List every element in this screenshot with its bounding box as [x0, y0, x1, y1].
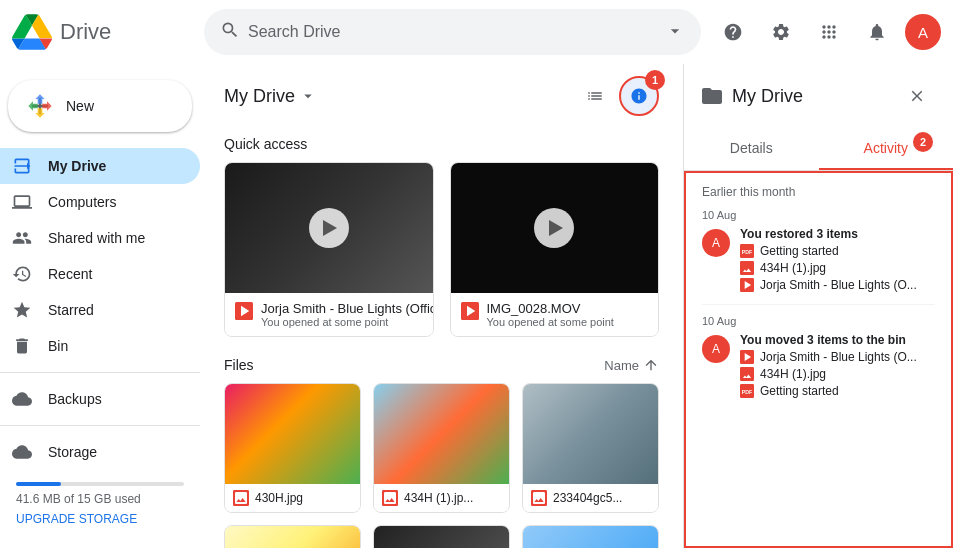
notifications-button[interactable]: [857, 12, 897, 52]
panel-tabs: Details Activity 2: [684, 128, 953, 171]
topbar: Drive A: [0, 0, 953, 64]
activity-file-1-2: PDF Getting started: [740, 384, 935, 398]
new-button[interactable]: my-drive New: [8, 80, 192, 132]
avatar[interactable]: A: [905, 14, 941, 50]
activity-action-bold-1: You moved 3 items to the bin: [740, 333, 906, 347]
sidebar-item-starred[interactable]: Starred: [0, 292, 200, 328]
sidebar-item-label-backups: Backups: [48, 391, 102, 407]
topbar-icons: A: [713, 12, 941, 52]
panel-body: Earlier this month 10 Aug A You restored…: [684, 171, 953, 548]
activity-action-1: You moved 3 items to the bin: [740, 333, 935, 347]
search-dropdown-icon[interactable]: [665, 21, 685, 44]
file-card-bottom-2[interactable]: [522, 525, 659, 548]
tab-activity-text: Activity: [864, 140, 908, 156]
video-icon-1: [461, 302, 479, 320]
activity-badge: 2: [913, 132, 933, 152]
img-info-2: 233404gc5...: [523, 484, 658, 512]
bin-icon: [12, 336, 32, 356]
sidebar-item-label-recent: Recent: [48, 266, 92, 282]
activity-file-name-1-2: Getting started: [760, 384, 839, 398]
storage-icon: [12, 442, 32, 462]
apps-button[interactable]: [809, 12, 849, 52]
file-card-1[interactable]: 434H (1).jp...: [373, 383, 510, 513]
activity-files-0: PDF Getting started 434H (1).jpg Jorja S…: [740, 244, 935, 292]
sidebar-item-computers[interactable]: Computers: [0, 184, 200, 220]
sidebar-item-my-drive[interactable]: My Drive: [0, 148, 200, 184]
img-icon-1-1: [740, 367, 754, 381]
tab-activity[interactable]: Activity 2: [819, 128, 954, 170]
file-name-1: IMG_0028.MOV: [487, 301, 614, 316]
sidebar-item-recent[interactable]: Recent: [0, 256, 200, 292]
sort-control[interactable]: Name: [604, 357, 659, 373]
files-grid-bottom: [224, 525, 659, 548]
activity-avatar-1: A: [702, 335, 730, 363]
recent-icon: [12, 264, 32, 284]
sidebar-item-storage[interactable]: Storage: [0, 434, 200, 470]
new-label: New: [66, 98, 94, 114]
activity-file-name-0-0: Getting started: [760, 244, 839, 258]
activity-date-1: 10 Aug: [702, 315, 935, 327]
file-sub-1: You opened at some point: [487, 316, 614, 328]
pdf-icon-1-2: PDF: [740, 384, 754, 398]
tab-details[interactable]: Details: [684, 128, 819, 170]
activity-item-1: A You moved 3 items to the bin Jorja Smi…: [702, 333, 935, 398]
play-button-1: [534, 208, 574, 248]
activity-date-0: 10 Aug: [702, 209, 935, 221]
quick-access-label: Quick access: [224, 136, 659, 152]
activity-file-0-0: PDF Getting started: [740, 244, 935, 258]
close-panel-button[interactable]: [897, 76, 937, 116]
activity-content-1: You moved 3 items to the bin Jorja Smith…: [740, 333, 935, 398]
activity-action-0: You restored 3 items: [740, 227, 935, 241]
info-button[interactable]: 1: [619, 76, 659, 116]
folder-icon: [700, 84, 724, 108]
file-info-1: IMG_0028.MOV You opened at some point: [451, 293, 659, 336]
my-drive-icon: [12, 156, 32, 176]
sidebar-item-bin[interactable]: Bin: [0, 328, 200, 364]
sidebar-item-label-shared: Shared with me: [48, 230, 145, 246]
my-drive-title-text: My Drive: [224, 86, 295, 107]
img-info-0: 430H.jpg: [225, 484, 360, 512]
settings-button[interactable]: [761, 12, 801, 52]
sidebar-item-shared[interactable]: Shared with me: [0, 220, 200, 256]
main-area: my-drive New My Drive Computers Shared w…: [0, 64, 953, 548]
img-thumb-2: [523, 384, 658, 484]
panel-title: My Drive: [700, 84, 803, 108]
quick-file-card-0[interactable]: Jorja Smith - Blue Lights (Offici... You…: [224, 162, 434, 337]
video-icon-1-0: [740, 350, 754, 364]
img-file-icon-0: [740, 261, 754, 275]
video-icon-0: [235, 302, 253, 320]
sidebar-item-backups[interactable]: Backups: [0, 381, 200, 417]
sort-label-text: Name: [604, 358, 639, 373]
logo-text: Drive: [60, 19, 111, 45]
list-view-button[interactable]: [575, 76, 615, 116]
search-bar[interactable]: [204, 9, 701, 55]
content-header: My Drive 1: [224, 64, 659, 124]
chevron-down-icon: [299, 87, 317, 105]
activity-avatar-0: A: [702, 229, 730, 257]
file-card-2[interactable]: 233404gc5...: [522, 383, 659, 513]
pdf-icon-0: PDF: [740, 244, 754, 258]
activity-file-name-0-1: 434H (1).jpg: [760, 261, 826, 275]
search-input[interactable]: [248, 23, 657, 41]
drive-logo-icon: [12, 12, 52, 52]
my-drive-title[interactable]: My Drive: [224, 86, 317, 107]
quick-access-grid: Jorja Smith - Blue Lights (Offici... You…: [224, 162, 659, 337]
starred-icon: [12, 300, 32, 320]
upgrade-storage-link[interactable]: UPGRADE STORAGE: [16, 512, 184, 526]
activity-divider: [702, 304, 935, 305]
storage-bar-bg: [16, 482, 184, 486]
help-button[interactable]: [713, 12, 753, 52]
img-thumb-bottom-0: [225, 526, 360, 548]
quick-file-card-1[interactable]: IMG_0028.MOV You opened at some point: [450, 162, 660, 337]
svg-rect-8: [740, 261, 754, 275]
img-info-1: 434H (1).jp...: [374, 484, 509, 512]
file-card-bottom-0[interactable]: [224, 525, 361, 548]
video-thumb-0: [225, 163, 433, 293]
file-card-0[interactable]: 430H.jpg: [224, 383, 361, 513]
file-card-bottom-1[interactable]: [373, 525, 510, 548]
sidebar-item-label-starred: Starred: [48, 302, 94, 318]
activity-file-1-1: 434H (1).jpg: [740, 367, 935, 381]
sidebar-item-label-bin: Bin: [48, 338, 68, 354]
sidebar-divider-2: [0, 425, 200, 426]
activity-file-0-1: 434H (1).jpg: [740, 261, 935, 275]
